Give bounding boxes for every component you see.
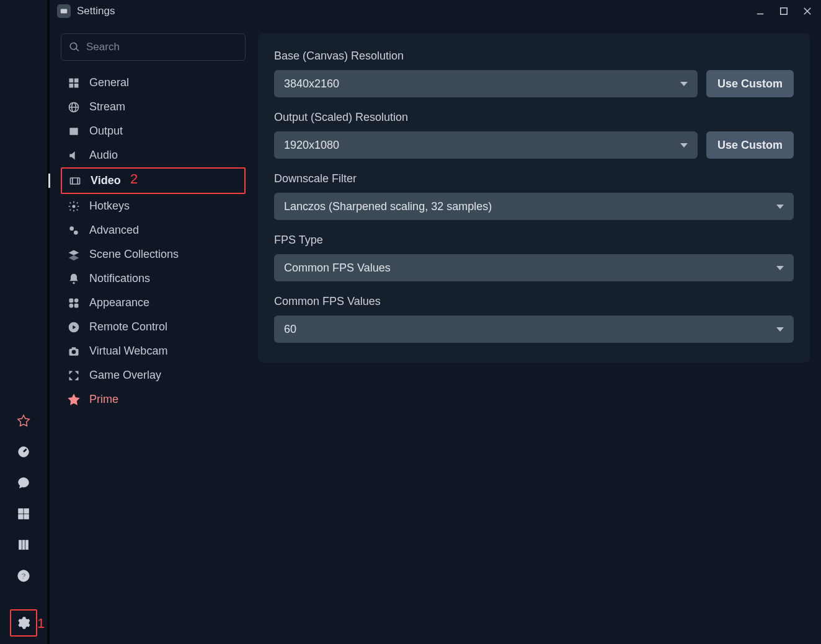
output-use-custom-button[interactable]: Use Custom <box>706 131 794 159</box>
sidebar-item-hotkeys[interactable]: Hotkeys <box>61 194 246 218</box>
expand-icon <box>67 369 81 382</box>
sidebar-item-label: Stream <box>89 100 125 113</box>
chevron-down-icon <box>680 82 688 86</box>
svg-rect-16 <box>69 78 74 82</box>
downscale-filter-select[interactable]: Lanczos (Sharpened scaling, 32 samples) <box>274 193 794 220</box>
active-indicator <box>48 174 50 188</box>
svg-rect-34 <box>74 298 79 302</box>
annotation-number-1: 1 <box>37 615 45 632</box>
sidebar-item-stream[interactable]: Stream <box>61 95 246 119</box>
svg-rect-24 <box>71 178 80 184</box>
chat-icon[interactable] <box>15 474 32 492</box>
video-settings-panel: Base (Canvas) Resolution 3840x2160 Use C… <box>258 33 810 363</box>
sidebar-item-label: Audio <box>89 149 118 162</box>
svg-point-27 <box>73 205 76 208</box>
svg-text:?: ? <box>21 571 26 581</box>
base-resolution-value: 3840x2160 <box>284 77 339 90</box>
svg-point-28 <box>69 226 74 231</box>
svg-rect-5 <box>24 514 29 519</box>
chevron-down-icon <box>776 266 784 270</box>
sidebar-item-label: Appearance <box>89 296 149 309</box>
svg-rect-23 <box>69 128 78 135</box>
search-input-wrap[interactable] <box>61 33 246 61</box>
app-icon <box>57 4 71 18</box>
output-resolution-value: 1920x1080 <box>284 139 339 152</box>
help-icon[interactable]: ? <box>15 567 32 584</box>
base-use-custom-button[interactable]: Use Custom <box>706 70 794 97</box>
svg-rect-8 <box>26 540 29 550</box>
sidebar-item-remote-control[interactable]: Remote Control <box>61 315 246 339</box>
svg-rect-35 <box>69 303 74 307</box>
prime-icon[interactable] <box>15 412 32 430</box>
sidebar-item-appearance[interactable]: Appearance <box>61 291 246 315</box>
sidebar-item-scene-collections[interactable]: Scene Collections <box>61 242 246 267</box>
svg-rect-18 <box>69 83 74 87</box>
svg-rect-3 <box>24 509 29 513</box>
svg-rect-41 <box>72 347 76 349</box>
dashboard-dial-icon[interactable] <box>15 443 32 461</box>
svg-rect-17 <box>74 78 79 82</box>
settings-window: Settings General Stream <box>47 0 821 644</box>
fps-label: Common FPS Values <box>274 295 794 308</box>
svg-rect-11 <box>61 9 68 14</box>
fps-type-value: Common FPS Values <box>284 262 391 275</box>
sidebar-item-label: Remote Control <box>89 320 167 333</box>
sidebar-item-audio[interactable]: Audio <box>61 143 246 167</box>
sidebar-item-notifications[interactable]: Notifications <box>61 267 246 291</box>
settings-gear-icon[interactable] <box>10 609 37 637</box>
bell-icon <box>67 273 81 285</box>
maximize-button[interactable] <box>778 5 790 17</box>
settings-nav: General Stream Output Audio Video <box>61 33 246 644</box>
sidebar-item-label: Scene Collections <box>89 248 179 261</box>
fps-select[interactable]: 60 <box>274 315 794 343</box>
camera-icon <box>67 345 81 358</box>
svg-rect-13 <box>781 8 788 15</box>
sidebar-item-video[interactable]: Video 2 <box>61 167 246 194</box>
titlebar: Settings <box>50 0 821 22</box>
output-resolution-select[interactable]: 1920x1080 <box>274 131 698 159</box>
chevron-down-icon <box>776 205 784 209</box>
sidebar-item-game-overlay[interactable]: Game Overlay <box>61 363 246 387</box>
fps-type-label: FPS Type <box>274 234 794 247</box>
svg-marker-42 <box>69 394 79 404</box>
svg-rect-2 <box>19 509 23 513</box>
play-circle-icon <box>67 321 81 333</box>
sidebar-item-general[interactable]: General <box>61 71 246 95</box>
grid-icon <box>67 77 81 89</box>
base-resolution-select[interactable]: 3840x2160 <box>274 70 698 97</box>
svg-rect-4 <box>19 514 23 519</box>
columns-icon[interactable] <box>15 536 32 554</box>
sidebar-item-label: Video <box>91 174 121 187</box>
close-button[interactable] <box>801 5 814 17</box>
chevron-down-icon <box>680 143 688 148</box>
minimize-button[interactable] <box>754 5 766 17</box>
globe-icon <box>67 101 81 113</box>
window-title: Settings <box>77 5 115 17</box>
svg-rect-7 <box>22 540 25 550</box>
base-resolution-label: Base (Canvas) Resolution <box>274 50 794 63</box>
svg-point-29 <box>74 231 78 235</box>
chevron-down-icon <box>776 327 784 332</box>
svg-rect-36 <box>74 303 79 307</box>
sidebar-item-prime[interactable]: Prime <box>61 387 246 412</box>
grid-icon[interactable] <box>15 505 32 523</box>
film-icon <box>67 125 81 138</box>
fps-type-select[interactable]: Common FPS Values <box>274 254 794 281</box>
svg-point-40 <box>72 350 76 354</box>
search-input[interactable] <box>86 41 237 53</box>
app-vertical-bar: ? 1 <box>0 0 47 644</box>
sidebar-item-label: Virtual Webcam <box>89 345 167 358</box>
downscale-filter-label: Downscale Filter <box>274 172 794 185</box>
gears-icon <box>67 224 81 237</box>
sidebar-item-label: Output <box>89 125 123 138</box>
sidebar-item-output[interactable]: Output <box>61 119 246 143</box>
sidebar-item-virtual-webcam[interactable]: Virtual Webcam <box>61 339 246 363</box>
sidebar-item-advanced[interactable]: Advanced <box>61 218 246 242</box>
svg-rect-19 <box>74 83 79 87</box>
output-resolution-label: Output (Scaled) Resolution <box>274 111 794 124</box>
sidebar-item-label: General <box>89 76 129 89</box>
appearance-icon <box>67 297 81 309</box>
sidebar-item-label: Notifications <box>89 272 150 285</box>
svg-marker-30 <box>69 250 79 255</box>
layers-icon <box>67 249 81 261</box>
